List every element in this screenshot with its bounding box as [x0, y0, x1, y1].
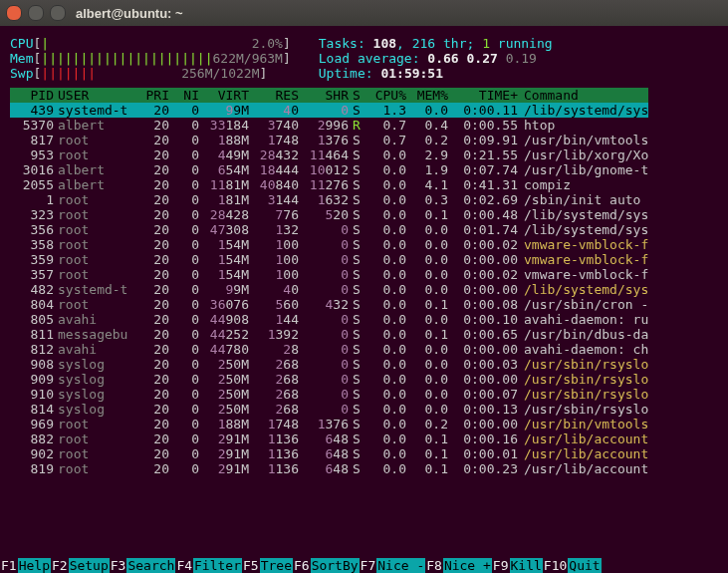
- table-row[interactable]: 1root200181M31441632S0.00.30:02.69/sbin/…: [10, 192, 648, 207]
- fkey-label: F6: [293, 558, 311, 573]
- table-row[interactable]: 882root200291M1136648S0.00.10:00.16/usr/…: [10, 431, 648, 446]
- table-row[interactable]: 482systemd-t20099M400S0.00.00:00.00/lib/…: [10, 282, 648, 297]
- fkey-action: SortBy: [311, 558, 360, 573]
- col-res[interactable]: RES: [249, 88, 299, 103]
- maximize-icon[interactable]: [50, 5, 66, 21]
- cpu-label: CPU: [10, 36, 33, 51]
- table-row[interactable]: 817root200188M17481376S0.70.20:09.91/usr…: [10, 133, 648, 147]
- table-row[interactable]: 812avahi20044780280S0.00.00:00.00avahi-d…: [10, 342, 648, 357]
- table-header[interactable]: PID USER PRI NI VIRT RES SHR S CPU% MEM%…: [10, 88, 648, 103]
- cpu-bar: [| 2.0%]: [33, 36, 290, 51]
- thr-label: , 216 thr;: [396, 36, 482, 51]
- table-row[interactable]: 908syslog200250M2680S0.00.00:00.03/usr/s…: [10, 357, 648, 372]
- col-cpu[interactable]: CPU%: [364, 88, 406, 103]
- col-time[interactable]: TIME+: [448, 88, 524, 103]
- fkey-f5[interactable]: F5Tree: [242, 558, 293, 573]
- window-title: albert@ubuntu: ~: [76, 6, 183, 21]
- table-row[interactable]: 359root200154M1000S0.00.00:00.00vmware-v…: [10, 252, 648, 267]
- terminal-window: albert@ubuntu: ~ CPU[| 2.0%] Mem[|||||||…: [0, 0, 728, 573]
- table-row[interactable]: 814syslog200250M2680S0.00.00:00.13/usr/s…: [10, 402, 648, 417]
- mem-bar: [||||||||||||||||||||||622M/963M]: [33, 51, 290, 66]
- fkey-label: F4: [175, 558, 193, 573]
- tasks-count: 108: [373, 36, 396, 51]
- function-key-bar: F1Help F2Setup F3SearchF4FilterF5Tree F6…: [0, 558, 728, 573]
- uptime-label: Uptime:: [319, 66, 381, 81]
- swp-bar: [||||||| 256M/1022M]: [33, 66, 267, 81]
- fkey-action: Quit: [568, 558, 601, 573]
- fkey-label: F1: [0, 558, 18, 573]
- fkey-f2[interactable]: F2Setup: [51, 558, 110, 573]
- col-pid[interactable]: PID: [10, 88, 58, 103]
- load-label: Load average:: [319, 51, 428, 66]
- load-1: 0.66: [427, 51, 458, 66]
- fkey-action: Tree: [260, 558, 293, 573]
- meters-block: CPU[| 2.0%] Mem[||||||||||||||||||||||62…: [10, 36, 291, 81]
- table-row[interactable]: 439systemd-t20099M400S1.30.00:00.11/lib/…: [10, 103, 648, 118]
- fkey-action: Setup: [69, 558, 110, 573]
- table-row[interactable]: 358root200154M1000S0.00.00:00.02vmware-v…: [10, 237, 648, 252]
- fkey-label: F7: [360, 558, 377, 573]
- col-shr[interactable]: SHR: [299, 88, 349, 103]
- fkey-f1[interactable]: F1Help: [0, 558, 51, 573]
- fkey-action: Nice -: [376, 558, 425, 573]
- col-ni[interactable]: NI: [169, 88, 199, 103]
- load-2: 0.27: [467, 51, 498, 66]
- window-titlebar[interactable]: albert@ubuntu: ~: [0, 0, 728, 26]
- mem-label: Mem: [10, 51, 33, 66]
- fkey-f7[interactable]: F7Nice -: [360, 558, 426, 573]
- process-table: PID USER PRI NI VIRT RES SHR S CPU% MEM%…: [10, 88, 648, 476]
- fkey-f4[interactable]: F4Filter: [175, 558, 242, 573]
- fkey-action: Help: [18, 558, 51, 573]
- table-row[interactable]: 902root200291M1136648S0.00.10:00.01/usr/…: [10, 446, 648, 461]
- col-cmd[interactable]: Command: [524, 88, 648, 103]
- stats-block: Tasks: 108, 216 thr; 1 running Load aver…: [319, 36, 553, 81]
- fkey-label: F2: [51, 558, 69, 573]
- running-count: 1: [482, 36, 490, 51]
- col-mem[interactable]: MEM%: [406, 88, 448, 103]
- table-row[interactable]: 5370albert2003318437402996R0.70.40:00.55…: [10, 118, 648, 133]
- fkey-label: F5: [242, 558, 260, 573]
- fkey-label: F10: [543, 558, 568, 573]
- table-row[interactable]: 969root200188M17481376S0.00.20:00.00/usr…: [10, 417, 648, 431]
- fkey-action: Search: [126, 558, 175, 573]
- close-icon[interactable]: [6, 5, 22, 21]
- fkey-label: F8: [425, 558, 443, 573]
- swp-label: Swp: [10, 66, 33, 81]
- fkey-f8[interactable]: F8Nice +: [425, 558, 492, 573]
- fkey-action: Kill: [510, 558, 543, 573]
- fkey-label: F3: [110, 558, 127, 573]
- fkey-f6[interactable]: F6SortBy: [293, 558, 360, 573]
- load-3: 0.19: [506, 51, 537, 66]
- table-row[interactable]: 3016albert200654M1844410012S0.01.90:07.7…: [10, 162, 648, 177]
- col-pri[interactable]: PRI: [137, 88, 169, 103]
- table-row[interactable]: 909syslog200250M2680S0.00.00:00.00/usr/s…: [10, 372, 648, 387]
- col-user[interactable]: USER: [58, 88, 137, 103]
- fkey-f10[interactable]: F10Quit: [543, 558, 602, 573]
- col-virt[interactable]: VIRT: [199, 88, 249, 103]
- uptime-value: 01:59:51: [380, 66, 443, 81]
- fkey-action: Nice +: [443, 558, 492, 573]
- fkey-label: F9: [492, 558, 510, 573]
- table-row[interactable]: 811messagebu2004425213920S0.00.10:00.65/…: [10, 327, 648, 342]
- fkey-action: Filter: [193, 558, 242, 573]
- fkey-f3[interactable]: F3Search: [110, 558, 176, 573]
- tasks-label: Tasks:: [319, 36, 373, 51]
- table-row[interactable]: 323root20028428776520S0.00.10:00.48/lib/…: [10, 207, 648, 222]
- table-row[interactable]: 910syslog200250M2680S0.00.00:00.07/usr/s…: [10, 387, 648, 402]
- table-row[interactable]: 819root200291M1136648S0.00.10:00.23/usr/…: [10, 461, 648, 476]
- col-s[interactable]: S: [349, 88, 364, 103]
- running-label: running: [490, 36, 553, 51]
- table-row[interactable]: 356root200473081320S0.00.00:01.74/lib/sy…: [10, 222, 648, 237]
- table-row[interactable]: 804root20036076560432S0.00.10:00.08/usr/…: [10, 297, 648, 312]
- table-row[interactable]: 805avahi200449081440S0.00.00:00.10avahi-…: [10, 312, 648, 327]
- minimize-icon[interactable]: [28, 5, 44, 21]
- table-row[interactable]: 2055albert2001181M4084011276S0.04.10:41.…: [10, 177, 648, 192]
- table-row[interactable]: 953root200449M2843211464S0.02.90:21.55/u…: [10, 147, 648, 162]
- table-row[interactable]: 357root200154M1000S0.00.00:00.02vmware-v…: [10, 267, 648, 282]
- terminal-content[interactable]: CPU[| 2.0%] Mem[||||||||||||||||||||||62…: [0, 26, 728, 476]
- fkey-f9[interactable]: F9Kill: [492, 558, 543, 573]
